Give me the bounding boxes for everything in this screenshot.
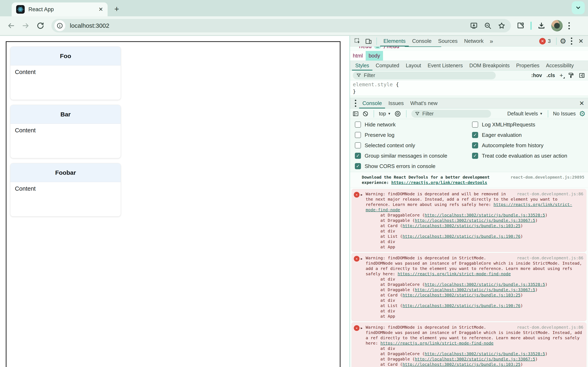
- bookmark-star-icon[interactable]: [498, 22, 506, 30]
- chrome-menu-icon[interactable]: [568, 22, 570, 29]
- new-tab-button[interactable]: +: [114, 4, 119, 13]
- stack-frame-link[interactable]: http://localhost:3002/static/js/bundle.j…: [415, 218, 535, 223]
- element-style-block[interactable]: element.style { }: [350, 80, 588, 96]
- stack-frame-link[interactable]: http://localhost:3002/static/js/bundle.j…: [425, 351, 545, 356]
- console-setting-checkbox[interactable]: Log XMLHttpRequests: [472, 122, 567, 128]
- tab-close-icon[interactable]: ✕: [98, 6, 103, 13]
- devtools-close-icon[interactable]: ✕: [577, 38, 585, 45]
- checkbox-checked-icon[interactable]: ✓: [472, 132, 478, 138]
- forward-button[interactable]: [20, 20, 31, 31]
- site-info-icon[interactable]: [54, 20, 65, 31]
- devtools-menu-icon[interactable]: [568, 38, 575, 45]
- styles-tab-accessibility[interactable]: Accessibility: [543, 61, 577, 71]
- toggle-class-button[interactable]: .cls: [546, 72, 555, 78]
- device-toolbar-icon[interactable]: [364, 38, 373, 45]
- expand-triangle-icon[interactable]: ▶: [361, 325, 363, 331]
- breadcrumb-body[interactable]: body: [366, 51, 383, 60]
- drawer-tab-what-s-new[interactable]: What's new: [407, 98, 441, 108]
- styles-tab-dom-breakpoints[interactable]: DOM Breakpoints: [466, 61, 513, 71]
- new-style-rule-button[interactable]: +: [559, 72, 563, 79]
- console-sidebar-icon[interactable]: [352, 110, 359, 117]
- message-link[interactable]: https://reactjs.org/link/strict-mode-fin…: [380, 341, 493, 346]
- console-setting-checkbox[interactable]: ✓Show CORS errors in console: [355, 163, 447, 169]
- stack-frame-link[interactable]: http://localhost:3002/static/js/bundle.j…: [402, 223, 520, 228]
- styles-tab-event-listeners[interactable]: Event Listeners: [424, 61, 466, 71]
- checkbox-unchecked-icon[interactable]: [355, 132, 361, 138]
- log-levels-selector[interactable]: Default levels▼: [507, 111, 543, 117]
- message-source-link[interactable]: react-dom.development.js:86: [517, 325, 583, 330]
- stack-frame-link[interactable]: http://localhost:3002/static/js/bundle.j…: [425, 282, 545, 287]
- more-tabs-icon[interactable]: »: [489, 38, 494, 45]
- draggable-card[interactable]: FoobarContent: [10, 163, 121, 217]
- browser-tab[interactable]: React App ✕: [12, 2, 108, 16]
- devtools-settings-icon[interactable]: ⚙: [560, 37, 566, 45]
- toggle-hover-button[interactable]: :hov: [531, 72, 542, 78]
- console-settings-icon[interactable]: ⚙: [579, 109, 586, 118]
- console-setting-checkbox[interactable]: Preserve log: [355, 132, 447, 138]
- expand-triangle-icon[interactable]: ▶: [361, 192, 363, 197]
- inspect-element-icon[interactable]: [353, 38, 362, 45]
- draggable-card[interactable]: FooContent: [10, 47, 121, 100]
- stack-frame-link[interactable]: http://localhost:3002/static/js/bundle.j…: [402, 292, 520, 298]
- message-link[interactable]: https://reactjs.org/link/strict-mode-fin…: [398, 271, 511, 276]
- checkbox-checked-icon[interactable]: ✓: [472, 142, 478, 149]
- message-source-link[interactable]: react-dom.development.js:86: [517, 191, 583, 197]
- issues-counter[interactable]: No Issues: [553, 111, 576, 117]
- stack-frame-link[interactable]: http://localhost:3002/static/js/bundle.j…: [415, 287, 535, 292]
- stack-frame-link[interactable]: http://localhost:3002/static/js/bundle.j…: [415, 357, 535, 361]
- devtools-tab-elements[interactable]: Elements: [380, 36, 409, 47]
- devtools-tab-sources[interactable]: Sources: [435, 36, 461, 47]
- console-setting-checkbox[interactable]: ✓Treat code evaluation as user action: [472, 153, 567, 159]
- paint-roller-icon[interactable]: [568, 72, 574, 79]
- devtools-tab-network[interactable]: Network: [461, 36, 487, 47]
- devtools-tab-console[interactable]: Console: [409, 36, 435, 47]
- console-setting-checkbox[interactable]: Hide network: [355, 122, 447, 128]
- draggable-card[interactable]: BarContent: [10, 105, 121, 158]
- install-app-icon[interactable]: [470, 22, 478, 30]
- address-bar[interactable]: localhost:3002: [52, 19, 511, 33]
- error-badge[interactable]: ✕ 3: [539, 38, 551, 44]
- context-selector[interactable]: top▼: [379, 111, 391, 117]
- checkbox-unchecked-icon[interactable]: [355, 142, 361, 149]
- dom-node-text[interactable]: /head: [383, 47, 399, 49]
- dom-ellipsis-chip[interactable]: …: [374, 47, 381, 49]
- checkbox-checked-icon[interactable]: ✓: [355, 153, 361, 159]
- console-setting-checkbox[interactable]: ✓Autocomplete from history: [472, 142, 567, 149]
- breadcrumb-html[interactable]: html: [350, 51, 366, 60]
- stack-frame-link[interactable]: http://localhost:3002/static/js/bundle.j…: [402, 303, 520, 308]
- checkbox-checked-icon[interactable]: ✓: [355, 163, 361, 169]
- url-text[interactable]: localhost:3002: [70, 22, 470, 29]
- console-setting-checkbox[interactable]: ✓Eager evaluation: [472, 132, 567, 138]
- checkbox-unchecked-icon[interactable]: [472, 122, 478, 128]
- drawer-tab-console[interactable]: Console: [359, 98, 385, 108]
- console-filter-input[interactable]: Filter: [411, 110, 491, 118]
- styles-tab-layout[interactable]: Layout: [402, 61, 424, 71]
- toggle-sidebar-icon[interactable]: [579, 72, 585, 79]
- console-setting-checkbox[interactable]: Selected context only: [355, 142, 447, 149]
- styles-tab-styles[interactable]: Styles: [352, 61, 372, 71]
- drawer-close-icon[interactable]: ✕: [578, 100, 586, 107]
- zoom-out-icon[interactable]: [484, 22, 492, 30]
- stack-frame-link[interactable]: http://localhost:3002/static/js/bundle.j…: [402, 234, 520, 239]
- message-source-link[interactable]: react-dom.development.js:86: [517, 255, 583, 261]
- message-source-link[interactable]: react-dom.development.js:29895: [511, 175, 584, 180]
- profile-avatar[interactable]: [551, 20, 563, 31]
- drawer-menu-icon[interactable]: [352, 100, 359, 107]
- live-expression-icon[interactable]: [394, 110, 401, 117]
- stack-frame-link[interactable]: http://localhost:3002/static/js/bundle.j…: [402, 362, 520, 367]
- checkbox-checked-icon[interactable]: ✓: [472, 153, 478, 159]
- expand-triangle-icon[interactable]: ▶: [361, 256, 363, 261]
- console-setting-checkbox[interactable]: ✓Group similar messages in console: [355, 153, 447, 159]
- tab-search-chevron-button[interactable]: [572, 1, 585, 14]
- checkbox-unchecked-icon[interactable]: [355, 122, 361, 128]
- styles-tab-properties[interactable]: Properties: [513, 61, 543, 71]
- back-button[interactable]: [5, 20, 17, 31]
- styles-filter-input[interactable]: Filter: [353, 72, 496, 79]
- stack-frame-link[interactable]: http://localhost:3002/static/js/bundle.j…: [425, 213, 545, 217]
- clear-console-icon[interactable]: [362, 110, 369, 117]
- message-link[interactable]: https://reactjs.org/link/react-devtools: [391, 180, 487, 185]
- drawer-tab-issues[interactable]: Issues: [385, 98, 407, 108]
- dom-node-text[interactable]: head: [359, 47, 372, 49]
- extensions-puzzle-icon[interactable]: [517, 22, 525, 30]
- reload-button[interactable]: [35, 20, 46, 31]
